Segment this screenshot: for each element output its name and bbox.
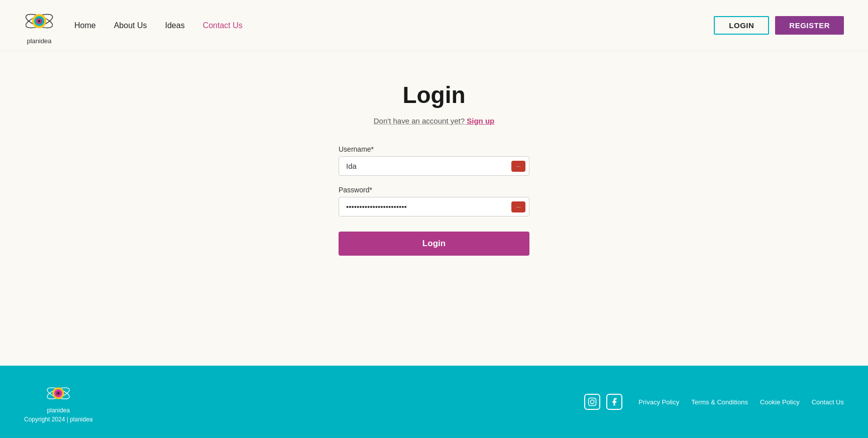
register-button[interactable]: REGISTER (775, 16, 844, 35)
footer-contact-us[interactable]: Contact Us (812, 398, 844, 406)
svg-point-13 (591, 400, 595, 404)
username-label: Username* (339, 145, 529, 153)
password-input[interactable] (339, 197, 529, 216)
password-label: Password* (339, 186, 529, 194)
svg-point-14 (594, 399, 595, 400)
footer-links: Privacy Policy Terms & Conditions Cookie… (638, 398, 844, 406)
svg-point-5 (38, 20, 40, 22)
footer-logo-text: planidea (47, 407, 70, 414)
logo-text: planidea (27, 37, 51, 45)
signup-prompt: Don't have an account yet? Sign up (374, 117, 495, 125)
username-group: Username* ··· (339, 145, 529, 176)
footer-privacy-policy[interactable]: Privacy Policy (638, 398, 679, 406)
logo-icon (24, 6, 54, 36)
nav-contact-us[interactable]: Contact Us (203, 21, 243, 30)
nav-ideas[interactable]: Ideas (165, 21, 185, 30)
instagram-link[interactable] (584, 394, 600, 410)
main-nav: Home About Us Ideas Contact Us (74, 21, 714, 30)
footer-social (584, 394, 622, 410)
svg-point-11 (58, 392, 59, 394)
password-group: Password* ··· (339, 186, 529, 216)
main-content: Login Don't have an account yet? Sign up… (0, 51, 868, 366)
footer-cookie-policy[interactable]: Cookie Policy (760, 398, 800, 406)
footer-logo-icon (46, 381, 71, 406)
page-title: Login (402, 81, 465, 108)
footer-right: Privacy Policy Terms & Conditions Cookie… (584, 394, 844, 410)
password-options-button[interactable]: ··· (511, 201, 525, 212)
login-form: Username* ··· Password* ··· Login (339, 145, 529, 256)
logo[interactable]: planidea (24, 6, 54, 45)
login-button[interactable]: LOGIN (714, 16, 769, 35)
footer-copyright: Copyright 2024 | planidea (24, 416, 93, 423)
password-input-wrapper: ··· (339, 197, 529, 216)
nav-about-us[interactable]: About Us (114, 21, 147, 30)
username-input-wrapper: ··· (339, 156, 529, 176)
header: planidea Home About Us Ideas Contact Us … (0, 0, 868, 51)
header-actions: LOGIN REGISTER (714, 16, 844, 35)
footer: planidea Copyright 2024 | planidea Priva… (0, 366, 868, 438)
facebook-link[interactable] (606, 394, 622, 410)
username-input[interactable] (339, 156, 529, 176)
nav-home[interactable]: Home (74, 21, 96, 30)
svg-rect-12 (589, 398, 596, 406)
username-options-button[interactable]: ··· (511, 161, 525, 172)
footer-logo-area: planidea Copyright 2024 | planidea (24, 381, 93, 423)
footer-terms-conditions[interactable]: Terms & Conditions (691, 398, 748, 406)
signup-link[interactable]: Sign up (467, 117, 494, 125)
submit-login-button[interactable]: Login (339, 232, 529, 256)
